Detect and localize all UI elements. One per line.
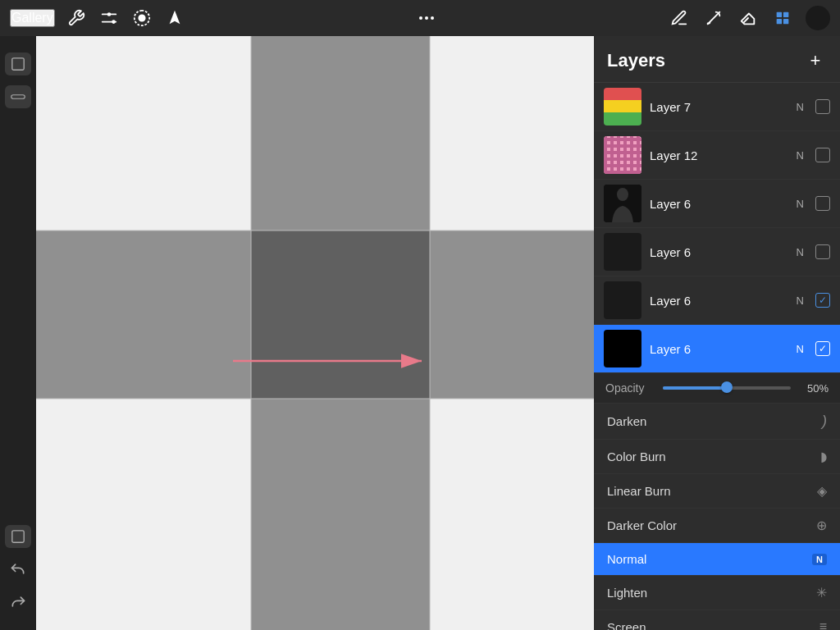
blend-icon-darken: ) (822, 413, 827, 430)
svg-rect-5 (783, 12, 788, 17)
blend-item-darkercolor[interactable]: Darker Color ⊕ (594, 509, 840, 543)
svg-rect-9 (11, 95, 25, 99)
layer-n-layer6b: N (797, 246, 804, 258)
layers-toggle-icon[interactable] (771, 7, 794, 30)
blend-modes-list[interactable]: Darken ) Color Burn ◗ Linear Burn ◈ Dark… (594, 404, 840, 630)
blend-icon-linearburn: ◈ (817, 483, 827, 499)
blend-item-lighten[interactable]: Lighten ✳ (594, 576, 840, 610)
opacity-row: Opacity 50% (594, 373, 840, 404)
sidebar-tool-rectangle[interactable] (5, 52, 31, 75)
svg-point-1 (112, 21, 115, 23)
layer-checkbox-layer6a[interactable] (815, 196, 830, 211)
svg-rect-26 (251, 399, 430, 630)
blend-icon-colorburn: ◗ (820, 449, 827, 464)
layer-name-layer7: Layer 7 (650, 100, 788, 114)
left-sidebar (0, 36, 36, 630)
undo-icon[interactable] (7, 558, 30, 581)
more-options-icon[interactable] (419, 16, 434, 20)
svg-rect-25 (36, 399, 251, 630)
layer-name-layer6a: Layer 6 (650, 197, 788, 211)
blend-badge-normal: N (812, 554, 827, 565)
layer-thumb-layer6c (604, 281, 641, 319)
adjustments-icon[interactable] (98, 7, 121, 30)
sidebar-tool-select[interactable] (5, 85, 31, 108)
blend-item-darken[interactable]: Darken ) (594, 404, 840, 440)
layer-name-layer6b: Layer 6 (650, 245, 788, 259)
opacity-slider[interactable] (663, 386, 791, 390)
smudge-tool-icon[interactable] (702, 7, 725, 30)
svg-marker-3 (169, 11, 180, 25)
layer-item-layer6d[interactable]: Layer 6 N (594, 325, 840, 373)
blend-icon-screen: ≡ (819, 619, 827, 630)
layer-checkbox-layer12[interactable] (815, 148, 830, 162)
layer-thumb-layer6d (604, 330, 641, 368)
blend-name-darken: Darken (607, 414, 646, 428)
blend-item-linearburn[interactable]: Linear Burn ◈ (594, 474, 840, 509)
canvas-area[interactable] (36, 36, 594, 630)
opacity-slider-thumb[interactable] (721, 381, 733, 393)
gallery-button[interactable]: Gallery (10, 9, 55, 27)
layer-name-layer6c: Layer 6 (650, 294, 788, 308)
svg-rect-19 (36, 36, 251, 231)
svg-point-2 (139, 15, 144, 21)
svg-rect-7 (783, 19, 788, 24)
opacity-slider-fill (663, 386, 727, 390)
layer-checkbox-layer6d[interactable] (815, 341, 830, 356)
layer-n-layer6c: N (797, 294, 804, 307)
top-toolbar: Gallery (0, 0, 840, 36)
layers-panel-header: Layers + (594, 36, 840, 83)
toolbar-center (419, 16, 434, 20)
layer-n-layer6d: N (797, 343, 804, 355)
layer-thumb-layer12 (604, 136, 641, 174)
eraser-tool-icon[interactable] (737, 7, 760, 30)
blend-name-normal: Normal (607, 552, 646, 566)
navigation-icon[interactable] (163, 7, 186, 30)
toolbar-left: Gallery (10, 7, 186, 30)
blend-name-darkercolor: Darker Color (607, 518, 677, 532)
layer-item-layer12[interactable]: Layer 12 N (594, 131, 840, 180)
layer-name-layer6d: Layer 6 (650, 342, 788, 356)
layer-item-layer6a[interactable]: Layer 6 N (594, 180, 840, 228)
user-avatar[interactable] (806, 6, 830, 30)
blend-name-screen: Screen (607, 620, 646, 631)
layers-title: Layers (607, 50, 665, 71)
layer-checkbox-layer6b[interactable] (815, 244, 830, 259)
layer-item-layer6c[interactable]: Layer 6 N (594, 276, 840, 325)
blend-item-screen[interactable]: Screen ≡ (594, 610, 840, 630)
layer-checkbox-layer7[interactable] (815, 99, 830, 114)
sidebar-tool-shape[interactable] (5, 525, 31, 548)
opacity-label: Opacity (605, 381, 655, 395)
layer-thumb-layer7 (604, 88, 641, 126)
layer-n-layer7: N (797, 101, 804, 113)
opacity-value: 50% (799, 382, 829, 395)
layer-item-layer7[interactable]: Layer 7 N (594, 83, 840, 131)
svg-rect-22 (36, 231, 251, 399)
layer-item-layer6b[interactable]: Layer 6 N (594, 228, 840, 276)
svg-rect-24 (430, 231, 594, 399)
svg-rect-23 (251, 231, 430, 399)
layers-panel: Layers + Layer 7 N Layer 12 N (594, 36, 840, 630)
svg-rect-8 (12, 58, 24, 70)
layer-n-layer6a: N (797, 198, 804, 210)
svg-rect-4 (777, 12, 782, 17)
layer-n-layer12: N (797, 149, 804, 162)
svg-rect-21 (430, 36, 594, 231)
blend-icon-lighten: ✳ (816, 585, 827, 600)
layers-list: Layer 7 N Layer 12 N (594, 83, 840, 373)
redo-icon[interactable] (7, 591, 30, 614)
wrench-icon[interactable] (65, 7, 88, 30)
layer-checkbox-layer6c[interactable] (815, 293, 830, 308)
blend-item-colorburn[interactable]: Color Burn ◗ (594, 440, 840, 474)
style-icon[interactable] (130, 7, 153, 30)
blend-name-linearburn: Linear Burn (607, 484, 671, 498)
pen-tool-icon[interactable] (668, 7, 691, 30)
svg-point-35 (617, 188, 628, 201)
blend-item-normal[interactable]: Normal N (594, 543, 840, 576)
add-layer-button[interactable]: + (804, 49, 827, 72)
svg-rect-20 (251, 36, 430, 231)
svg-rect-27 (430, 399, 594, 630)
layer-thumb-layer6a (604, 185, 641, 222)
toolbar-right (668, 6, 830, 30)
layer-name-layer12: Layer 12 (650, 148, 788, 162)
layer-thumb-layer6b (604, 233, 641, 271)
